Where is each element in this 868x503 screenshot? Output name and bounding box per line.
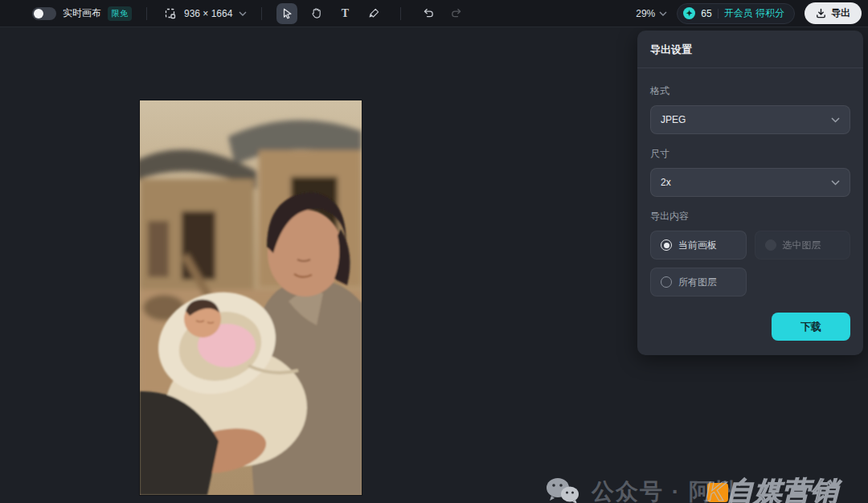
radio-unchecked-icon [661, 276, 672, 288]
format-select[interactable]: JPEG [650, 105, 850, 134]
toolbar-divider [400, 7, 401, 20]
size-label: 尺寸 [650, 147, 850, 161]
download-icon [816, 8, 826, 18]
toolbar-divider [261, 7, 262, 20]
download-row: 下载 [637, 296, 863, 342]
membership-link[interactable]: 开会员 得积分 [724, 6, 784, 20]
option-label: 选中图层 [783, 239, 821, 252]
watermark-overlay-text: K自媒营销 [706, 473, 839, 503]
hand-icon [310, 7, 322, 19]
format-label: 格式 [650, 84, 850, 98]
photo-woman-holding-baby [140, 100, 362, 495]
wechat-icon [545, 476, 580, 503]
canvas-size-control[interactable]: 936 × 1664 [162, 6, 247, 22]
chevron-down-icon [239, 11, 247, 16]
watermark: 公众号 · 阿州 K自媒营销 [545, 476, 737, 503]
redo-button[interactable] [446, 3, 467, 24]
toggle-knob [34, 9, 43, 18]
option-label: 所有图层 [678, 276, 717, 289]
tool-group: T [276, 3, 467, 24]
hand-tool-button[interactable] [305, 3, 326, 24]
redo-icon [451, 7, 463, 19]
top-toolbar: 实时画布 限免 936 × 1664 [0, 0, 868, 27]
panel-title: 导出设置 [637, 31, 863, 68]
canvas-size-value: 936 × 1664 [184, 8, 232, 19]
option-current-artboard[interactable]: 当前画板 [650, 231, 747, 260]
toolbar-left-group: 实时画布 限免 936 × 1664 [0, 3, 467, 24]
realtime-canvas-toggle[interactable] [32, 7, 56, 20]
option-selected-layer: 选中图层 [755, 231, 851, 260]
canvas-resize-icon [162, 6, 178, 22]
download-button[interactable]: 下载 [772, 313, 850, 341]
coin-icon: ✦ [683, 7, 695, 19]
chevron-down-icon [831, 117, 840, 123]
export-button-label: 导出 [831, 6, 850, 20]
brush-icon [368, 7, 380, 19]
option-label: 当前画板 [678, 239, 717, 252]
zoom-level-value: 29% [636, 8, 655, 19]
undo-button[interactable] [417, 3, 438, 24]
option-all-layers[interactable]: 所有图层 [650, 268, 747, 296]
brush-tool-button[interactable] [363, 3, 384, 24]
artboard-image[interactable] [140, 100, 362, 495]
radio-checked-icon [661, 239, 672, 251]
export-settings-panel: 导出设置 格式 JPEG 尺寸 2x 导出内容 当前画板 [637, 31, 863, 355]
app-window: 实时画布 限免 936 × 1664 [0, 0, 868, 503]
undo-icon [422, 7, 434, 19]
free-badge: 限免 [108, 6, 132, 21]
zoom-level-control[interactable]: 29% [636, 8, 667, 19]
chevron-down-icon [659, 11, 667, 16]
credits-count: 65 [701, 8, 711, 19]
size-value: 2x [661, 177, 671, 188]
radio-disabled-icon [765, 239, 776, 251]
size-select[interactable]: 2x [650, 168, 850, 197]
export-content-label: 导出内容 [650, 210, 850, 223]
realtime-canvas-label: 实时画布 [63, 6, 101, 20]
cursor-tool-button[interactable] [276, 3, 297, 24]
export-content-options: 当前画板 选中图层 所有图层 [650, 231, 850, 296]
cursor-icon [281, 7, 293, 19]
toolbar-right-group: 29% ✦ 65 开会员 得积分 导出 [636, 2, 868, 24]
pill-divider [718, 9, 719, 18]
panel-body: 格式 JPEG 尺寸 2x 导出内容 当前画板 [637, 68, 863, 296]
toolbar-divider [146, 7, 147, 20]
chevron-down-icon [831, 180, 840, 186]
text-tool-icon: T [342, 7, 349, 20]
text-tool-button[interactable]: T [334, 3, 355, 24]
credits-membership-pill[interactable]: ✦ 65 开会员 得积分 [677, 3, 795, 24]
export-button[interactable]: 导出 [805, 2, 862, 24]
format-value: JPEG [661, 114, 686, 125]
